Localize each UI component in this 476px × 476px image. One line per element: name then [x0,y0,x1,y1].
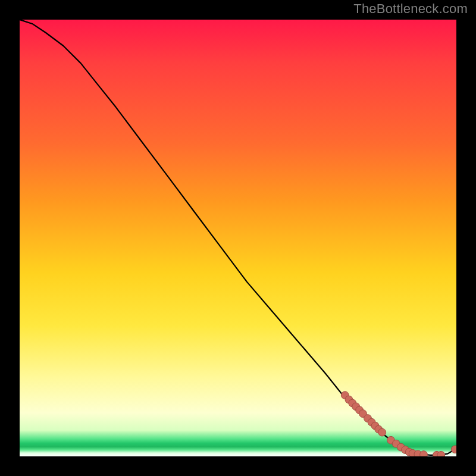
data-point [420,451,428,456]
plot-area [20,20,456,456]
chart-svg [20,20,456,456]
data-point [378,428,386,436]
watermark-text: TheBottleneck.com [353,1,468,17]
highlight-dots [341,392,456,456]
data-point [437,451,445,456]
data-point [451,446,456,453]
chart-frame: TheBottleneck.com [0,0,476,476]
curve-line [20,20,456,455]
